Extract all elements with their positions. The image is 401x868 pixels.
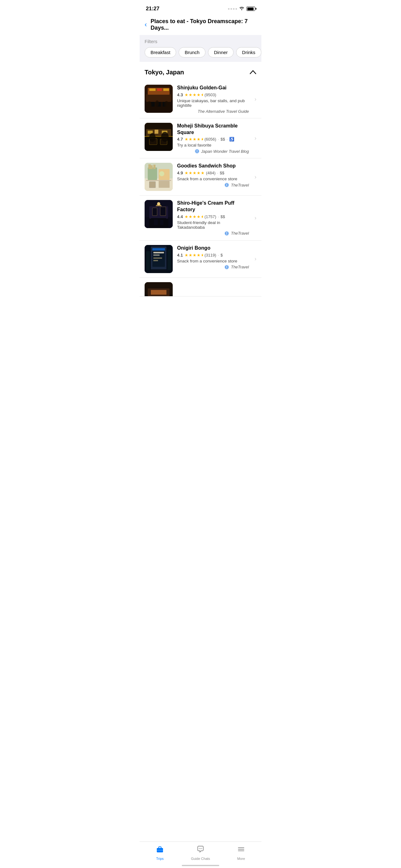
svg-rect-45 bbox=[160, 207, 166, 216]
price-tag: $$ bbox=[221, 214, 225, 219]
place-list: Shinjuku Golden-Gai 4.3 ★ ★ ★ ★ ★ (9503)… bbox=[140, 80, 261, 297]
svg-rect-33 bbox=[159, 181, 170, 188]
status-icons bbox=[228, 6, 255, 11]
place-thumbnail bbox=[144, 200, 173, 228]
filters-section: Filters Breakfast Brunch Dinner Drinks L… bbox=[140, 35, 261, 62]
svg-rect-60 bbox=[153, 254, 160, 256]
place-item[interactable]: Shiro-Hige's Cream Puff Factory 4.4 ★ ★ … bbox=[140, 195, 261, 241]
filters-label: Filters bbox=[140, 39, 261, 47]
svg-point-37 bbox=[159, 171, 164, 176]
svg-rect-59 bbox=[153, 252, 164, 253]
filter-brunch[interactable]: Brunch bbox=[179, 47, 205, 58]
stars: ★ ★ ★ ★ ★ bbox=[185, 253, 203, 257]
back-button[interactable]: ‹ bbox=[144, 21, 147, 28]
rating-number: 4.3 bbox=[177, 92, 183, 97]
place-name: Shinjuku Golden-Gai bbox=[177, 85, 249, 91]
source-globe-icon bbox=[195, 149, 200, 154]
place-source: The Alternative Travel Guide bbox=[177, 109, 249, 114]
place-thumbnail bbox=[144, 245, 173, 273]
svg-rect-4 bbox=[149, 88, 156, 91]
svg-point-23 bbox=[161, 132, 169, 142]
place-desc: Unique izakayas, bar stalls, and pub nig… bbox=[177, 98, 249, 108]
review-count: (1757) bbox=[205, 214, 216, 219]
svg-rect-61 bbox=[153, 257, 162, 259]
header: ‹ Places to eat - Tokyo Dreamscape: 7 Da… bbox=[140, 16, 261, 35]
chevron-right-icon: › bbox=[255, 256, 257, 262]
place-info: Shiro-Hige's Cream Puff Factory 4.4 ★ ★ … bbox=[177, 200, 249, 236]
place-item[interactable]: Moheji Shibuya Scramble Square 4.7 ★ ★ ★… bbox=[140, 118, 261, 159]
place-desc: Snack from a convenience store bbox=[177, 259, 249, 264]
place-desc: Student-friendly deal in Takadanobaba bbox=[177, 220, 249, 230]
price-tag: $$ bbox=[221, 137, 225, 142]
svg-rect-35 bbox=[151, 165, 153, 169]
rating-number: 4.7 bbox=[177, 137, 183, 142]
place-name: Shiro-Hige's Cream Puff Factory bbox=[177, 200, 249, 213]
stars: ★ ★ ★ ★ ★ bbox=[185, 137, 203, 142]
price-tag: $$ bbox=[220, 170, 224, 175]
wifi-icon bbox=[239, 6, 244, 11]
place-name: Onigiri Bongo bbox=[177, 245, 249, 251]
svg-rect-2 bbox=[146, 94, 171, 102]
svg-rect-29 bbox=[148, 167, 157, 180]
collapse-button[interactable] bbox=[249, 69, 257, 76]
svg-point-46 bbox=[157, 202, 160, 205]
place-source: TheTravel bbox=[177, 231, 249, 236]
svg-rect-5 bbox=[157, 88, 162, 91]
svg-rect-67 bbox=[167, 250, 171, 270]
source-label: TheTravel bbox=[231, 231, 249, 236]
filters-scroll: Breakfast Brunch Dinner Drinks Lunch Sna… bbox=[140, 47, 261, 58]
place-info: Moheji Shibuya Scramble Square 4.7 ★ ★ ★… bbox=[177, 123, 249, 154]
place-source: TheTravel bbox=[177, 265, 249, 270]
svg-point-22 bbox=[149, 133, 156, 142]
review-count: (3119) bbox=[205, 253, 216, 257]
place-source: TheTravel bbox=[177, 183, 249, 187]
place-item[interactable]: Goodies Sandwich Shop 4.9 ★ ★ ★ ★ ★ (484… bbox=[140, 158, 261, 195]
svg-point-12 bbox=[164, 101, 169, 108]
place-rating-row: 4.7 ★ ★ ★ ★ ★ (6056) · $$ · ♿ bbox=[177, 137, 249, 142]
place-rating-row: 4.4 ★ ★ ★ ★ ★ (1757) · $$ bbox=[177, 214, 249, 219]
svg-rect-47 bbox=[151, 218, 166, 226]
stars: ★ ★ ★ ★ ★ bbox=[185, 92, 203, 97]
status-bar: 21:27 bbox=[140, 0, 261, 16]
chevron-right-icon: › bbox=[255, 135, 257, 142]
svg-rect-49 bbox=[160, 220, 163, 225]
place-info bbox=[177, 282, 257, 283]
filter-drinks[interactable]: Drinks bbox=[236, 47, 261, 58]
source-globe-icon bbox=[224, 183, 229, 187]
svg-rect-36 bbox=[153, 165, 156, 169]
battery-icon bbox=[246, 6, 255, 11]
source-label: The Alternative Travel Guide bbox=[198, 109, 249, 114]
svg-rect-6 bbox=[163, 88, 169, 91]
svg-rect-48 bbox=[154, 219, 158, 225]
source-globe-icon bbox=[224, 265, 229, 270]
place-rating-row: 4.9 ★ ★ ★ ★ ★ (484) · $$ bbox=[177, 170, 249, 175]
place-item[interactable]: Onigiri Bongo 4.1 ★ ★ ★ ★ ★ (3119) · $ S… bbox=[140, 241, 261, 278]
section-header: Tokyo, Japan bbox=[140, 62, 261, 80]
svg-rect-18 bbox=[155, 130, 158, 134]
place-item[interactable] bbox=[140, 278, 261, 297]
svg-rect-44 bbox=[153, 208, 157, 216]
review-count: (9503) bbox=[205, 92, 216, 97]
place-rating-row: 4.1 ★ ★ ★ ★ ★ (3119) · $ bbox=[177, 253, 249, 257]
status-time: 21:27 bbox=[146, 6, 159, 12]
svg-rect-32 bbox=[149, 182, 156, 188]
filter-dinner[interactable]: Dinner bbox=[208, 47, 234, 58]
stars: ★ ★ ★ ★ ★ bbox=[185, 214, 203, 219]
place-source: Japan Wonder Travel Blog bbox=[177, 149, 249, 154]
filter-breakfast[interactable]: Breakfast bbox=[144, 47, 176, 58]
svg-rect-51 bbox=[168, 217, 173, 228]
source-globe-icon bbox=[224, 231, 229, 236]
place-thumbnail bbox=[144, 123, 173, 151]
place-item[interactable]: Shinjuku Golden-Gai 4.3 ★ ★ ★ ★ ★ (9503)… bbox=[140, 80, 261, 118]
review-count: (484) bbox=[206, 170, 215, 175]
place-thumbnail bbox=[144, 85, 173, 113]
place-desc: Snack from a convenience store bbox=[177, 177, 249, 181]
accessible-icon: ♿ bbox=[229, 137, 234, 142]
svg-rect-66 bbox=[146, 251, 150, 270]
svg-rect-63 bbox=[151, 269, 166, 273]
chevron-right-icon: › bbox=[255, 96, 257, 102]
source-label: Japan Wonder Travel Blog bbox=[201, 149, 249, 154]
place-info: Goodies Sandwich Shop 4.9 ★ ★ ★ ★ ★ (484… bbox=[177, 163, 249, 187]
section-title: Tokyo, Japan bbox=[144, 69, 184, 76]
svg-rect-50 bbox=[144, 217, 149, 228]
